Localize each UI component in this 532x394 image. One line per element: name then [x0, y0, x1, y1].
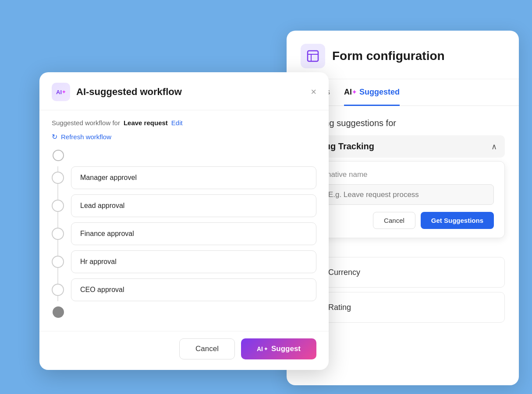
step-3-dot	[52, 228, 64, 240]
workflow-step-1: Manager approvel	[52, 166, 316, 189]
field-item-rating[interactable]: ★ Rating	[301, 292, 505, 323]
ai-modal-body: Suggested workflow for Leave request Edi…	[39, 110, 329, 331]
close-button[interactable]: ×	[311, 87, 316, 97]
alt-name-dropdown: Alternative name ○ Cancel Get Suggestion…	[301, 161, 505, 238]
ai-sparkle-icon: AI ✦	[344, 88, 357, 97]
step-1-box[interactable]: Manager approvel	[71, 166, 316, 189]
workflow-step-2: Lead approval	[52, 194, 316, 217]
svg-rect-0	[308, 51, 318, 61]
step-5-dot	[52, 284, 64, 296]
refresh-workflow-button[interactable]: ↻ Refresh workflow	[52, 133, 316, 141]
field-label-rating: Rating	[328, 303, 351, 312]
suggest-ai-prefix: AI✦	[257, 345, 268, 352]
ai-icon-badge: AI ✦	[52, 83, 70, 101]
ai-workflow-modal: AI ✦ AI-suggested workflow × Suggested w…	[39, 72, 329, 370]
modal-cancel-button[interactable]: Cancel	[179, 338, 235, 359]
workflow-container: Manager approvel Lead approval Finance a…	[52, 150, 316, 318]
refresh-icon: ↻	[52, 133, 57, 141]
step-4-dot	[52, 256, 64, 268]
suggested-for-label: Suggested workflow for	[52, 119, 120, 127]
workflow-step-3: Finance approval	[52, 222, 316, 245]
ai-modal-header: AI ✦ AI-suggested workflow ×	[39, 72, 329, 110]
step-2-box[interactable]: Lead approval	[71, 194, 316, 217]
workflow-steps: Manager approvel Lead approval Finance a…	[52, 166, 316, 301]
form-config-icon	[301, 44, 325, 68]
form-config-title: Form configuration	[332, 49, 445, 63]
get-suggestions-button[interactable]: Get Suggestions	[421, 212, 494, 229]
refresh-label: Refresh workflow	[61, 133, 111, 141]
suggested-for-row: Suggested workflow for Leave request Edi…	[52, 119, 316, 127]
step-1-dot	[52, 172, 64, 184]
project-selector[interactable]: IT Bug Tracking ∧	[301, 135, 505, 158]
showing-label: Showing suggestions for	[301, 118, 505, 128]
field-item-currency[interactable]: $ Currency	[301, 257, 505, 288]
workflow-step-5: CEO approval	[52, 278, 316, 301]
field-label-currency: Currency	[328, 268, 360, 277]
suggest-label: Suggest	[271, 345, 301, 353]
suggested-for-value: Leave request	[124, 119, 168, 127]
ai-modal-footer: Cancel AI✦ Suggest	[39, 331, 329, 370]
alt-name-input[interactable]	[328, 190, 486, 199]
step-4-box[interactable]: Hr approval	[71, 250, 316, 273]
search-input-wrapper[interactable]: ○	[312, 184, 494, 205]
step-3-box[interactable]: Finance approval	[71, 222, 316, 245]
step-2-dot	[52, 200, 64, 212]
dropdown-actions: Cancel Get Suggestions	[312, 212, 494, 229]
alt-name-cancel-button[interactable]: Cancel	[373, 212, 415, 229]
modal-suggest-button[interactable]: AI✦ Suggest	[241, 338, 316, 359]
step-5-box[interactable]: CEO approval	[71, 278, 316, 301]
edit-link[interactable]: Edit	[171, 119, 183, 127]
ai-modal-title-row: AI ✦ AI-suggested workflow	[52, 83, 182, 101]
alt-name-label: Alternative name	[312, 170, 494, 179]
timeline-bottom-node	[52, 306, 316, 318]
ai-modal-title: AI-suggested workflow	[76, 86, 182, 98]
tab-ai-suggested[interactable]: AI ✦ Suggested	[344, 80, 400, 106]
timeline-top-node	[52, 150, 316, 161]
chevron-up-icon: ∧	[491, 142, 497, 151]
workflow-step-4: Hr approval	[52, 250, 316, 273]
